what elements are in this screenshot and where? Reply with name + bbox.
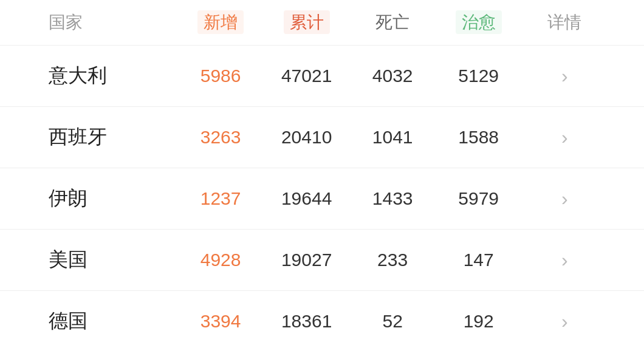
header-deaths: 死亡 — [349, 11, 436, 34]
header-recovered: 治愈 — [436, 11, 522, 34]
cell-deaths: 1041 — [349, 127, 436, 148]
header-recovered-label: 治愈 — [456, 10, 502, 34]
table-row[interactable]: 西班牙 3263 20410 1041 1588 › — [0, 107, 644, 168]
cell-country: 伊朗 — [49, 185, 177, 212]
cell-new-cases: 5986 — [177, 66, 264, 86]
cell-cumulative: 19027 — [264, 250, 350, 270]
cell-deaths: 233 — [349, 250, 436, 270]
cell-deaths: 52 — [349, 311, 436, 332]
details-arrow[interactable]: › — [521, 126, 608, 149]
header-deaths-label: 死亡 — [375, 13, 409, 32]
cell-recovered: 1588 — [436, 127, 522, 148]
header-new-cases: 新增 — [177, 11, 264, 34]
cell-recovered: 147 — [436, 250, 522, 270]
header-details-label: 详情 — [547, 13, 581, 32]
table-row[interactable]: 德国 3394 18361 52 192 › — [0, 291, 644, 352]
details-arrow[interactable]: › — [521, 65, 608, 87]
header-new-cases-label: 新增 — [197, 10, 244, 34]
details-arrow[interactable]: › — [521, 249, 608, 272]
cell-cumulative: 18361 — [264, 311, 350, 332]
cell-new-cases: 3394 — [177, 311, 264, 332]
table-body: 意大利 5986 47021 4032 5129 › 西班牙 3263 2041… — [0, 46, 644, 352]
cell-new-cases: 1237 — [177, 188, 264, 209]
header-country: 国家 — [49, 11, 177, 34]
table-row[interactable]: 伊朗 1237 19644 1433 5979 › — [0, 168, 644, 230]
cell-new-cases: 4928 — [177, 250, 264, 270]
cell-recovered: 192 — [436, 311, 522, 332]
cell-recovered: 5979 — [436, 188, 522, 209]
cell-deaths: 1433 — [349, 188, 436, 209]
statistics-table: 国家 新增 累计 死亡 治愈 详情 意大利 5986 47021 4032 51… — [0, 0, 644, 362]
cell-recovered: 5129 — [436, 66, 522, 86]
cell-country: 意大利 — [49, 63, 177, 89]
details-arrow[interactable]: › — [521, 188, 608, 210]
cell-deaths: 4032 — [349, 66, 436, 86]
cell-country: 西班牙 — [49, 124, 177, 151]
cell-cumulative: 20410 — [264, 127, 350, 148]
header-details: 详情 — [521, 11, 608, 34]
header-cumulative-label: 累计 — [284, 10, 330, 34]
cell-cumulative: 47021 — [264, 66, 350, 86]
cell-country: 美国 — [49, 247, 177, 273]
header-cumulative: 累计 — [264, 11, 350, 34]
table-row[interactable]: 意大利 5986 47021 4032 5129 › — [0, 46, 644, 107]
table-header: 国家 新增 累计 死亡 治愈 详情 — [0, 0, 644, 46]
details-arrow[interactable]: › — [521, 310, 608, 333]
table-row[interactable]: 美国 4928 19027 233 147 › — [0, 230, 644, 291]
header-country-label: 国家 — [49, 13, 83, 32]
cell-country: 德国 — [49, 308, 177, 335]
cell-new-cases: 3263 — [177, 127, 264, 148]
cell-cumulative: 19644 — [264, 188, 350, 209]
